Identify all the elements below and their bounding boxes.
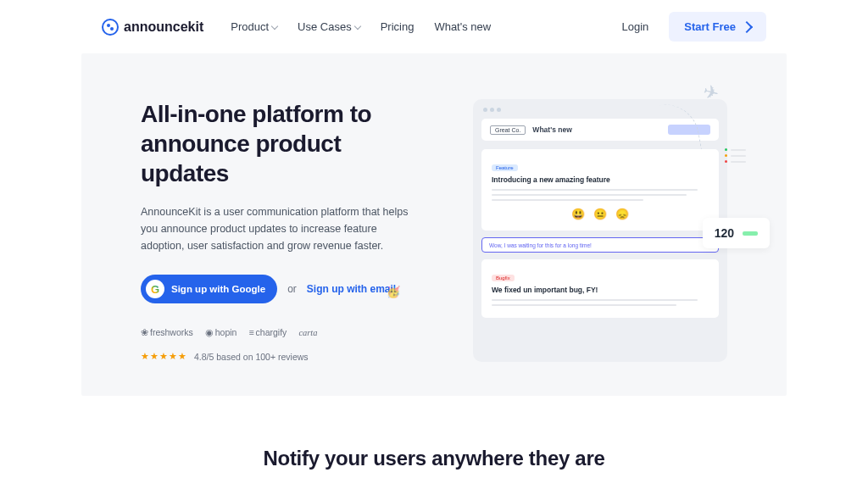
partner-carta: carta bbox=[298, 328, 317, 337]
reply-input: Wow, I was waiting for this for a long t… bbox=[481, 237, 719, 253]
emoji-reactions: 😃 😐 😞 bbox=[492, 204, 709, 222]
nav-right: Login Start Free bbox=[621, 12, 766, 42]
section-title: Notify your users anywhere they are bbox=[0, 447, 868, 470]
google-icon: G bbox=[146, 280, 164, 298]
brand-logo[interactable]: announcekit bbox=[102, 19, 203, 36]
metric-card: 120 bbox=[703, 218, 770, 248]
arrow-right-icon bbox=[741, 20, 753, 32]
hero-content: All-in-one platform to announce product … bbox=[141, 99, 417, 362]
mockup-card-feature: Feature Introducing a new amazing featur… bbox=[481, 149, 719, 231]
bugfix-pill: Bugfix bbox=[492, 275, 515, 281]
hero-section: All-in-one platform to announce product … bbox=[81, 53, 787, 396]
partner-hopin: ◉hopin bbox=[205, 327, 237, 337]
floating-emoji: 🥳 bbox=[387, 286, 400, 298]
cta-row: G Sign up with Google or Sign up with em… bbox=[141, 275, 417, 303]
nav-item-product[interactable]: Product bbox=[231, 20, 277, 33]
nav-menu: Product Use Cases Pricing What's new bbox=[231, 20, 491, 33]
brand-tag: Great Co. bbox=[490, 125, 526, 135]
mockup-card-bugfix: Bugfix We fixed un important bug, FY! bbox=[481, 259, 719, 318]
metric-sparkline bbox=[743, 231, 758, 236]
chevron-down-icon bbox=[353, 22, 360, 29]
brand-text: announcekit bbox=[124, 19, 203, 35]
rating-text: 4.8/5 based on 100+ reviews bbox=[194, 352, 309, 362]
chevron-down-icon bbox=[271, 22, 278, 29]
top-nav: announcekit Product Use Cases Pricing Wh… bbox=[0, 0, 868, 53]
hero-description: AnnounceKit is a user communication plat… bbox=[141, 203, 417, 254]
email-signup-link[interactable]: Sign up with email bbox=[307, 283, 396, 295]
paper-plane-icon: ✈ bbox=[701, 81, 721, 106]
notify-section: Notify your users anywhere they are Omni… bbox=[0, 396, 868, 478]
nav-item-usecases[interactable]: Use Cases bbox=[298, 20, 360, 33]
hero-title: All-in-one platform to announce product … bbox=[141, 99, 417, 188]
partner-freshworks: ❀ freshworks bbox=[141, 327, 193, 337]
feature-pill: Feature bbox=[492, 164, 518, 171]
metric-value: 120 bbox=[715, 226, 734, 240]
nav-item-whatsnew[interactable]: What's new bbox=[434, 20, 491, 33]
hero-illustration: ✈ Great Co. What's new Feature Introduci… bbox=[451, 99, 727, 362]
card-title: Introducing a new amazing feature bbox=[492, 175, 709, 184]
rating-row: ★★★★★ 4.8/5 based on 100+ reviews bbox=[141, 351, 417, 362]
nav-left: announcekit Product Use Cases Pricing Wh… bbox=[102, 19, 491, 36]
nav-item-pricing[interactable]: Pricing bbox=[381, 20, 415, 33]
engagement-indicators bbox=[725, 148, 746, 163]
start-free-button[interactable]: Start Free bbox=[669, 12, 766, 42]
product-mockup: ✈ Great Co. What's new Feature Introduci… bbox=[473, 99, 727, 362]
star-icons: ★★★★★ bbox=[141, 351, 187, 362]
partner-chargify: ≡chargify bbox=[248, 327, 287, 337]
partner-logos: ❀ freshworks ◉hopin ≡chargify carta bbox=[141, 327, 417, 337]
logo-icon bbox=[102, 19, 119, 36]
or-text: or bbox=[287, 283, 297, 295]
mockup-title: What's new bbox=[532, 125, 571, 134]
google-signup-button[interactable]: G Sign up with Google bbox=[141, 275, 277, 303]
login-link[interactable]: Login bbox=[621, 20, 648, 33]
card-title: We fixed un important bug, FY! bbox=[492, 286, 709, 294]
